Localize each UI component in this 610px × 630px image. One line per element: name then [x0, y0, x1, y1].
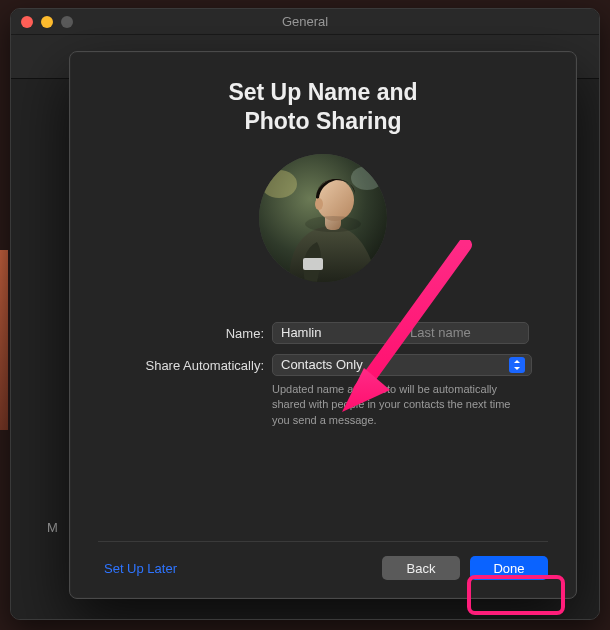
- form: Name: Share Automatically: Contacts Only: [114, 322, 532, 440]
- back-button[interactable]: Back: [382, 556, 460, 580]
- last-name-input[interactable]: [401, 322, 529, 344]
- sheet-heading-line1: Set Up Name and: [228, 79, 417, 105]
- popup-stepper-icon: [509, 357, 525, 373]
- svg-rect-6: [303, 258, 323, 270]
- svg-point-7: [305, 216, 361, 232]
- svg-point-2: [351, 166, 383, 190]
- sheet-heading: Set Up Name and Photo Sharing: [104, 78, 542, 136]
- share-automatically-popup[interactable]: Contacts Only: [272, 354, 532, 376]
- background-text: M: [47, 520, 58, 535]
- titlebar: General: [11, 9, 599, 35]
- svg-point-1: [261, 170, 297, 198]
- share-helper-text: Updated name and photo will be automatic…: [272, 382, 522, 430]
- set-up-later-button[interactable]: Set Up Later: [98, 557, 183, 580]
- share-row: Share Automatically: Contacts Only Updat…: [114, 354, 532, 430]
- svg-point-5: [315, 198, 323, 210]
- first-name-input[interactable]: [272, 322, 400, 344]
- name-row: Name:: [114, 322, 532, 344]
- sheet-heading-line2: Photo Sharing: [104, 107, 542, 136]
- desktop-wallpaper-edge: [0, 250, 8, 430]
- window-title: General: [11, 14, 599, 29]
- name-photo-sharing-sheet: Set Up Name and Photo Sharing: [69, 51, 577, 599]
- preferences-window: General M Set Up Name and Photo Sharing: [10, 8, 600, 620]
- profile-photo[interactable]: [259, 154, 387, 282]
- name-fields: [272, 322, 532, 344]
- name-label: Name:: [114, 322, 272, 341]
- avatar-container: [104, 154, 542, 282]
- share-field: Contacts Only Updated name and photo wil…: [272, 354, 532, 430]
- share-label: Share Automatically:: [114, 354, 272, 373]
- share-selected-value: Contacts Only: [281, 357, 509, 372]
- sheet-footer: Set Up Later Back Done: [98, 541, 548, 580]
- done-button[interactable]: Done: [470, 556, 548, 580]
